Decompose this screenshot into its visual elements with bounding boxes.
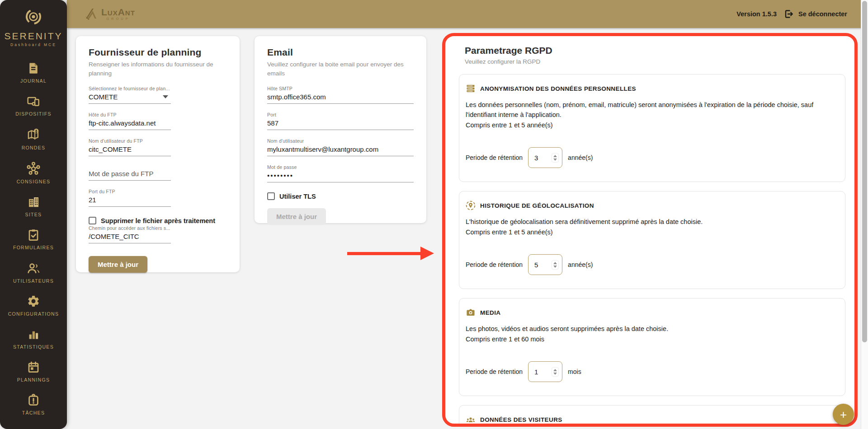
provider-select[interactable] [89,91,171,104]
task-alert-icon [27,393,40,407]
rgpd-section-description: Les données personnelles (nom, prénom, e… [466,100,835,120]
ftp-host-input[interactable] [89,117,171,130]
email-card-title: Email [267,47,414,58]
retention-unit: année(s) [568,261,593,268]
sidebar-item-consignes[interactable]: CONSIGNES [0,161,67,184]
planning-provider-card: Fournisseur de planning Renseigner les i… [76,36,240,272]
email-card-subtitle: Veuillez configurer la boite email pour … [267,60,414,78]
smtp-password-input[interactable] [267,170,414,182]
planning-card-title: Fournisseur de planning [89,47,227,58]
rgpd-section-media: MEDIA Les photos, vidéos et audios seron… [459,298,845,396]
rgpd-section-visiteurs: DONNÉES DES VISITEURS [459,405,845,424]
devices-icon [26,94,41,108]
rgpd-section-title: HISTORIQUE DE GÉOLOCALISATION [480,202,594,209]
list-rows-icon [466,84,476,93]
highlight-arrow [347,245,434,261]
brand-name: LuxAnt [101,7,135,17]
rgpd-section-title: ANONYMISATION DES DONNÉES PERSONNELLES [480,85,636,92]
visitors-group-icon [466,415,476,424]
clipboard-check-icon [27,228,40,242]
planning-update-button[interactable]: Mettre à jour [89,256,147,273]
delete-after-processing-checkbox-row[interactable]: Supprimer le fichier après traitement [89,217,227,224]
rgpd-card-title: Parametrage RGPD [465,45,845,56]
network-icon [26,161,41,176]
scrollbar-thumb[interactable] [862,1,867,342]
smtp-port-input[interactable] [267,117,414,130]
provider-select-value[interactable] [89,91,171,104]
smtp-password-label: Mot de passe [267,164,414,170]
retention-number-input[interactable]: 1 [528,361,562,382]
add-button[interactable]: + [833,404,854,425]
smtp-port-label: Port [267,112,414,117]
bar-chart-icon [27,327,40,341]
use-tls-checkbox-row[interactable]: Utiliser TLS [267,192,414,200]
sidebar-item-label: STATISTIQUES [13,344,54,350]
sidebar-item-label: TÂCHES [22,410,45,415]
provider-select-label: Sélectionnez le fournisseur de plan... [89,86,227,91]
smtp-host-input[interactable] [267,91,414,104]
stepper-arrows-icon[interactable] [552,154,558,162]
chevron-down-icon [163,95,168,98]
retention-unit: mois [568,368,581,375]
calendar-icon [27,360,40,374]
rgpd-section-geolocalisation: HISTORIQUE DE GÉOLOCALISATION L'historiq… [459,191,845,289]
stepper-arrows-icon[interactable] [552,368,558,376]
delete-after-processing-label: Supprimer le fichier après traitement [101,217,215,224]
smtp-user-input[interactable] [267,144,414,156]
sidebar-item-journal[interactable]: JOURNAL [0,61,67,84]
brand-logo: LuxAnt GROUP [83,6,135,22]
rgpd-section-description: Les photos, vidéos et audios seront supp… [466,324,835,334]
retention-value: 5 [534,261,538,269]
retention-value: 1 [534,368,538,376]
sidebar-item-dispositifs[interactable]: DISPOSITIFS [0,94,67,117]
buildings-icon [27,195,40,209]
journal-icon [27,61,40,75]
sidebar: SERENITY Dashboard MCE JOURNAL [0,0,67,429]
rgpd-section-anonymisation: ANONYMISATION DES DONNÉES PERSONNELLES L… [459,74,845,182]
use-tls-checkbox[interactable] [267,192,275,200]
sidebar-item-taches[interactable]: TÂCHES [0,393,67,415]
rgpd-section-range: Compris entre 1 et 60 mois [466,334,835,344]
sidebar-item-sites[interactable]: SITES [0,195,67,217]
rgpd-highlight-box: Parametrage RGPD Veuillez configurer la … [442,33,858,427]
sidebar-item-label: UTILISATEURS [13,278,54,284]
ftp-user-input[interactable] [89,144,171,156]
sidebar-item-label: FORMULAIRES [13,245,54,250]
sidebar-item-formulaires[interactable]: FORMULAIRES [0,228,67,250]
sidebar-item-label: CONFIGURATIONS [8,311,59,317]
users-icon [26,261,41,275]
scrollbar-track[interactable] [861,0,868,429]
app-logo: SERENITY Dashboard MCE [4,6,62,47]
logout-icon[interactable] [783,9,794,19]
use-tls-label: Utiliser TLS [279,193,316,200]
retention-number-input[interactable]: 5 [528,254,562,275]
ftp-user-label: Nom d'utilisateur du FTP [89,138,227,144]
sidebar-item-statistiques[interactable]: STATISTIQUES [0,327,67,350]
email-update-button[interactable]: Mettre à jour [267,208,326,225]
sidebar-item-utilisateurs[interactable]: UTILISATEURS [0,261,67,284]
app-subname: Dashboard MCE [4,42,62,47]
sidebar-nav: JOURNAL DISPOSITIFS [0,51,67,429]
ftp-host-label: Hôte du FTP [89,112,227,117]
sidebar-item-rondes[interactable]: RONDES [0,127,67,150]
delete-after-processing-checkbox[interactable] [89,217,96,224]
map-pin-icon [26,127,41,142]
sidebar-item-plannings[interactable]: PLANNINGS [0,360,67,382]
ftp-port-input[interactable] [89,194,171,207]
gear-icon [27,294,40,308]
planning-card-subtitle: Renseigner les informations du fournisse… [89,60,227,78]
version-label: Version 1.5.3 [736,10,777,18]
sidebar-item-label: SITES [25,212,42,217]
rgpd-card-subtitle: Veuillez configurer la RGPD [465,58,845,65]
logout-button[interactable]: Se déconnecter [798,10,847,18]
sidebar-item-configurations[interactable]: CONFIGURATIONS [0,294,67,317]
retention-number-input[interactable]: 3 [528,147,562,168]
stepper-arrows-icon[interactable] [552,261,558,269]
files-path-input[interactable] [89,231,171,243]
sidebar-item-label: DISPOSITIFS [15,111,52,117]
smtp-host-label: Hôte SMTP [267,86,414,91]
ftp-password-input[interactable] [89,168,171,181]
sidebar-item-label: JOURNAL [20,78,47,84]
sidebar-item-label: CONSIGNES [17,179,51,184]
retention-label: Periode de rétention [466,261,523,268]
